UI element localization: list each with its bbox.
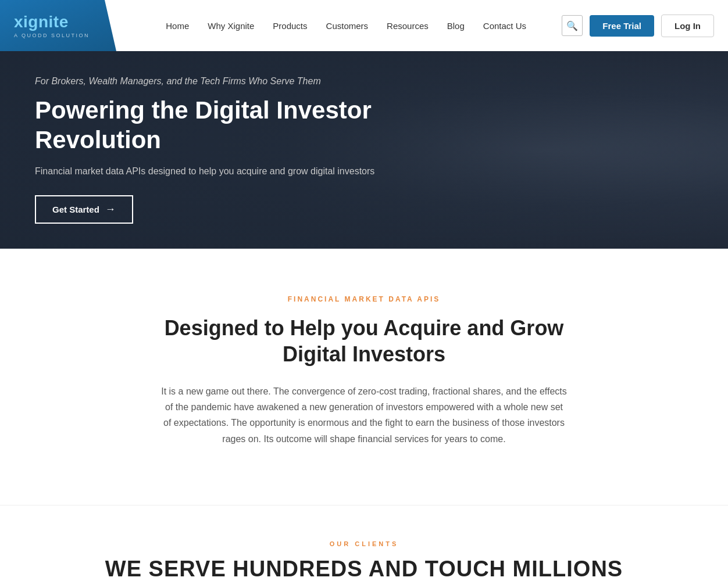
- clients-title: WE SERVE HUNDREDS AND TOUCH MILLIONS: [23, 557, 705, 581]
- nav-blog[interactable]: Blog: [438, 16, 474, 35]
- search-button[interactable]: 🔍: [562, 15, 583, 36]
- clients-label: OUR CLIENTS: [23, 540, 705, 547]
- hero-content: For Brokers, Wealth Managers, and the Te…: [0, 76, 523, 224]
- logo-tagline: A QUODD SOLUTION: [14, 33, 90, 38]
- header-actions: 🔍 Free Trial Log In: [562, 15, 714, 37]
- hero-description: Financial market data APIs designed to h…: [35, 166, 488, 177]
- hero-section: For Brokers, Wealth Managers, and the Te…: [0, 51, 728, 249]
- logo-wordmark: xignite: [14, 13, 69, 31]
- hero-title: Powering the Digital Investor Revolution: [35, 96, 488, 155]
- arrow-icon: →: [105, 203, 116, 216]
- nav-contact-us[interactable]: Contact Us: [474, 16, 536, 35]
- search-icon: 🔍: [566, 20, 578, 31]
- nav-home[interactable]: Home: [156, 16, 198, 35]
- apis-section: Financial Market Data APIs Designed to H…: [0, 249, 728, 505]
- header-nav-area: Home Why Xignite Products Customers Reso…: [116, 0, 728, 51]
- main-nav: Home Why Xignite Products Customers Reso…: [130, 16, 562, 35]
- nav-why-xignite[interactable]: Why Xignite: [198, 16, 263, 35]
- nav-products[interactable]: Products: [263, 16, 316, 35]
- login-button[interactable]: Log In: [661, 15, 714, 37]
- clients-section: OUR CLIENTS WE SERVE HUNDREDS AND TOUCH …: [0, 505, 728, 581]
- logo-x: x: [14, 13, 23, 31]
- get-started-label: Get Started: [52, 205, 99, 214]
- hero-subtitle: For Brokers, Wealth Managers, and the Te…: [35, 76, 488, 87]
- free-trial-button[interactable]: Free Trial: [590, 15, 654, 37]
- logo-area[interactable]: xignite A QUODD SOLUTION: [0, 0, 116, 51]
- nav-resources[interactable]: Resources: [377, 16, 438, 35]
- get-started-button[interactable]: Get Started →: [35, 195, 133, 224]
- header: xignite A QUODD SOLUTION Home Why Xignit…: [0, 0, 728, 51]
- apis-section-title: Designed to Help you Acquire and GrowDig…: [23, 315, 705, 367]
- apis-section-label: Financial Market Data APIs: [23, 295, 705, 303]
- nav-customers[interactable]: Customers: [317, 16, 378, 35]
- apis-section-body: It is a new game out there. The converge…: [160, 383, 568, 447]
